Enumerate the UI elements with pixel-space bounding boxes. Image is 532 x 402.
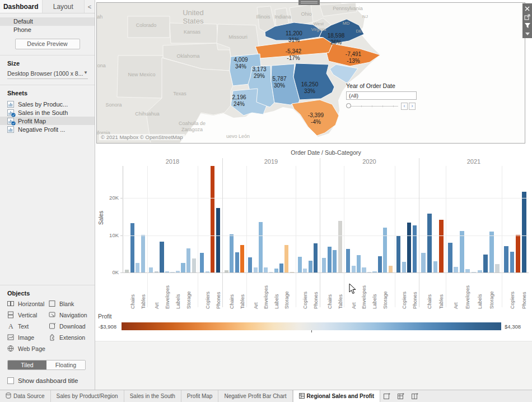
bar-2018-accessories[interactable]: [200, 253, 204, 272]
bar-2021-art[interactable]: [454, 267, 458, 272]
device-option-phone[interactable]: Phone: [0, 26, 95, 34]
collapse-pane-icon[interactable]: <: [85, 0, 95, 13]
bar-2020-envelopes[interactable]: [362, 267, 366, 272]
object-item-vertical[interactable]: Vertical: [7, 311, 49, 318]
bar-2019-phones[interactable]: [314, 243, 318, 272]
bar-2020-fasteners[interactable]: [367, 272, 371, 272]
bar-2018-copiers[interactable]: [206, 271, 209, 272]
show-dashboard-title-checkbox[interactable]: [7, 377, 14, 384]
bar-2019-fasteners[interactable]: [269, 272, 273, 272]
bar-2018-paper[interactable]: [181, 263, 185, 272]
bar-2020-bookcases[interactable]: [322, 258, 326, 272]
caret-down-icon[interactable]: [524, 30, 531, 37]
bar-2018-supplies[interactable]: [192, 258, 196, 272]
slider-prev-button[interactable]: ‹: [401, 103, 408, 110]
bar-2021-phones[interactable]: [522, 192, 526, 272]
tiled-button[interactable]: Tiled: [8, 361, 46, 369]
bar-2019-accessories[interactable]: [298, 257, 302, 272]
bar-2021-labels[interactable]: [478, 270, 482, 272]
bar-2021-chairs[interactable]: [427, 214, 432, 272]
object-item-navigation[interactable]: Navigation: [49, 311, 95, 318]
bar-2020-paper[interactable]: [378, 256, 382, 272]
worksheet-tab-regional-sales-and-profit[interactable]: Regional Sales and Profit: [293, 390, 381, 402]
bar-2018-fasteners[interactable]: [170, 272, 174, 272]
bar-2021-copiers[interactable]: [510, 252, 515, 272]
bar-2018-storage[interactable]: [186, 248, 190, 272]
bar-2020-furnishings[interactable]: [333, 250, 337, 272]
new-worksheet-button[interactable]: [380, 390, 394, 402]
bar-2020-appliances[interactable]: [346, 249, 350, 272]
bar-2019-machines[interactable]: [309, 261, 312, 272]
bar-2018-appliances[interactable]: [149, 267, 153, 272]
bar-2020-accessories[interactable]: [396, 235, 400, 272]
floating-button[interactable]: Floating: [46, 361, 85, 369]
bar-2018-phones[interactable]: [216, 208, 220, 272]
slider-next-button[interactable]: ›: [409, 103, 416, 110]
filter-funnel-icon[interactable]: [524, 22, 531, 29]
bar-2018-bookcases[interactable]: [125, 270, 129, 272]
bar-2020-supplies[interactable]: [389, 266, 393, 272]
bar-2020-tables[interactable]: [338, 221, 342, 272]
bar-2018-art[interactable]: [155, 271, 158, 272]
bar-2021-furnishings[interactable]: [433, 261, 438, 272]
year-filter-slider[interactable]: ‹ ›: [346, 102, 419, 110]
bar-2019-bookcases[interactable]: [225, 270, 228, 272]
new-story-button[interactable]: [408, 390, 422, 402]
bar-2019-binders[interactable]: [259, 222, 263, 272]
object-item-download[interactable]: Download: [49, 322, 95, 330]
bar-2021-storage[interactable]: [489, 232, 494, 272]
bar-2020-phones[interactable]: [413, 225, 417, 272]
bar-2018-tables[interactable]: [141, 235, 145, 272]
object-item-text[interactable]: AText: [7, 322, 49, 330]
object-item-image[interactable]: Image: [7, 334, 49, 341]
bar-2018-labels[interactable]: [176, 271, 180, 272]
bar-2019-storage[interactable]: [284, 245, 288, 272]
new-dashboard-button[interactable]: [394, 390, 408, 402]
bar-2019-labels[interactable]: [274, 269, 278, 272]
object-item-horizontal[interactable]: Horizontal: [7, 300, 49, 307]
size-dropdown[interactable]: Desktop Browser (1000 x 8... ▼: [7, 70, 88, 79]
bar-2020-binders[interactable]: [357, 255, 361, 272]
bar-2021-binders[interactable]: [460, 231, 464, 272]
bar-2019-copiers[interactable]: [303, 269, 307, 272]
bar-2019-envelopes[interactable]: [264, 267, 268, 272]
bar-2020-machines[interactable]: [407, 223, 411, 272]
worksheet-tab-sales-by-product-region[interactable]: Sales by Product/Region: [51, 390, 124, 402]
sheet-item[interactable]: Profit Map: [0, 117, 95, 125]
bar-2020-labels[interactable]: [372, 271, 376, 272]
bar-2019-chairs[interactable]: [230, 234, 234, 272]
bar-2018-binders[interactable]: [160, 242, 164, 272]
bar-2021-supplies[interactable]: [495, 264, 500, 272]
bar-2018-envelopes[interactable]: [165, 271, 169, 272]
bar-2019-paper[interactable]: [279, 264, 283, 272]
drag-handle[interactable]: [298, 0, 320, 5]
bar-2018-chairs[interactable]: [130, 223, 134, 272]
export-icon[interactable]: [524, 13, 531, 20]
worksheet-tab-negative-profit-bar-chart[interactable]: Negative Profit Bar Chart: [218, 390, 292, 402]
bar-2019-appliances[interactable]: [248, 257, 252, 272]
bar-2020-art[interactable]: [352, 266, 356, 272]
bar-2019-tables[interactable]: [240, 245, 244, 272]
slider-handle[interactable]: [346, 103, 351, 108]
bar-2021-accessories[interactable]: [504, 246, 508, 272]
bar-2019-furnishings[interactable]: [235, 252, 239, 272]
bar-2018-furnishings[interactable]: [136, 263, 139, 272]
tab-layout[interactable]: Layout: [43, 0, 85, 13]
bar-2021-paper[interactable]: [483, 255, 488, 272]
tab-dashboard[interactable]: Dashboard: [0, 0, 43, 13]
bar-2019-supplies[interactable]: [290, 272, 294, 272]
bar-2020-storage[interactable]: [383, 228, 387, 272]
worksheet-tab-data-source[interactable]: Data Source: [0, 390, 51, 402]
bar-2021-bookcases[interactable]: [421, 253, 426, 272]
close-icon[interactable]: [524, 5, 531, 12]
worksheet-tab-sales-in-the-south[interactable]: Sales in the South: [124, 390, 181, 402]
bar-2021-machines[interactable]: [516, 235, 520, 272]
profit-map-view[interactable]: UnitedStatestahColoradoKansasMissouriIll…: [96, 2, 525, 144]
bar-2021-tables[interactable]: [439, 220, 444, 272]
bar-2019-art[interactable]: [254, 267, 258, 272]
bar-2021-envelopes[interactable]: [465, 269, 470, 272]
sheet-item[interactable]: Sales in the South: [0, 108, 95, 117]
sheet-item[interactable]: Sales by Produc...: [0, 100, 95, 108]
bar-2021-fasteners[interactable]: [472, 272, 476, 272]
object-item-extension[interactable]: Extension: [49, 334, 95, 341]
